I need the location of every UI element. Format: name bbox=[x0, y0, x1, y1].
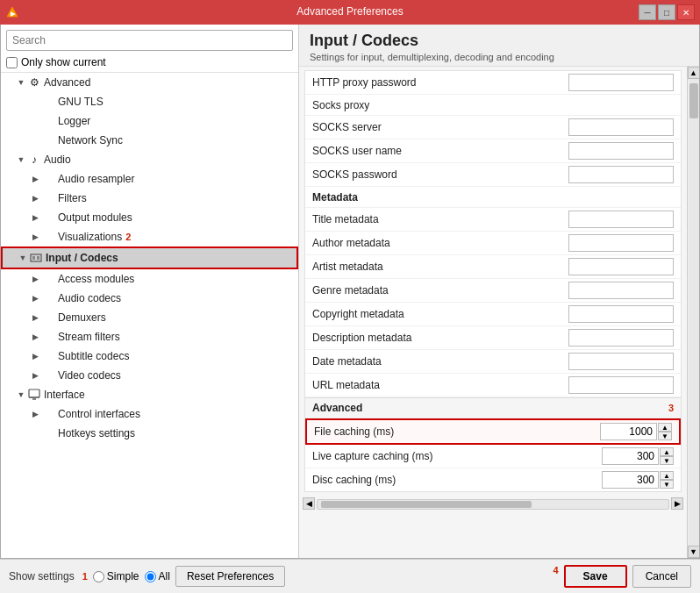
spinner-up-live-capture[interactable]: ▲ bbox=[660, 447, 674, 456]
input-file-caching[interactable] bbox=[600, 423, 657, 440]
item-icon-network-sync bbox=[41, 133, 55, 147]
reset-preferences-button[interactable]: Reset Preferences bbox=[175, 566, 285, 587]
input-socks-password[interactable] bbox=[568, 166, 674, 183]
item-icon-stream-filters bbox=[41, 330, 55, 344]
scroll-right-button[interactable]: ▶ bbox=[671, 497, 683, 510]
gear-icon: ⚙ bbox=[27, 75, 41, 89]
tree-label-audio: Audio bbox=[44, 154, 71, 166]
row-disc-caching: Disc caching (ms) ▲ ▼ bbox=[305, 468, 681, 491]
item-icon-control-interfaces bbox=[41, 407, 55, 421]
maximize-button[interactable]: □ bbox=[658, 4, 675, 20]
tree-arrow-subtitle-codecs bbox=[29, 350, 41, 362]
tree-item-advanced[interactable]: ⚙ Advanced bbox=[1, 73, 298, 92]
tree-item-audio[interactable]: ♪ Audio bbox=[1, 150, 298, 169]
label-artist-metadata: Artist metadata bbox=[312, 261, 568, 273]
spinner-up-file-caching[interactable]: ▲ bbox=[658, 423, 672, 432]
input-disc-caching[interactable] bbox=[602, 471, 659, 489]
input-http-proxy-password[interactable] bbox=[568, 74, 674, 91]
save-button[interactable]: Save bbox=[564, 565, 627, 588]
input-socks-username[interactable] bbox=[568, 142, 674, 160]
input-author-metadata[interactable] bbox=[568, 234, 674, 252]
tree-item-access-modules[interactable]: Access modules bbox=[1, 269, 298, 289]
minimize-button[interactable]: ─ bbox=[639, 4, 656, 20]
item-icon-hotkeys bbox=[41, 426, 55, 440]
radio-all[interactable] bbox=[145, 571, 156, 582]
tree-arrow-audio bbox=[15, 154, 27, 166]
tree-item-control-interfaces[interactable]: Control interfaces bbox=[1, 404, 298, 424]
close-button[interactable]: ✕ bbox=[677, 4, 695, 20]
spinner-down-file-caching[interactable]: ▼ bbox=[658, 432, 672, 440]
tree-item-video-codecs[interactable]: Video codecs bbox=[1, 366, 298, 385]
spinner-down-disc-caching[interactable]: ▼ bbox=[660, 480, 674, 489]
label-advanced-section: Advanced bbox=[312, 402, 665, 414]
row-date-metadata: Date metadata bbox=[305, 350, 681, 374]
tree-label-output-modules: Output modules bbox=[58, 211, 132, 224]
item-icon-logger bbox=[41, 114, 55, 128]
input-live-capture-caching[interactable] bbox=[602, 447, 659, 465]
tree-item-filters[interactable]: Filters bbox=[1, 189, 298, 208]
input-artist-metadata[interactable] bbox=[568, 258, 674, 275]
input-title-metadata[interactable] bbox=[568, 211, 674, 228]
title-controls[interactable]: ─ □ ✕ bbox=[639, 4, 695, 20]
scroll-down-button[interactable]: ▼ bbox=[688, 546, 700, 558]
spinner-down-live-capture[interactable]: ▼ bbox=[660, 456, 674, 465]
item-icon-subtitle-codecs bbox=[41, 349, 55, 363]
radio-group: Simple All bbox=[93, 570, 170, 582]
input-description-metadata[interactable] bbox=[568, 329, 674, 347]
horizontal-scrollbar-area: ◀ ▶ bbox=[299, 496, 687, 511]
tree-label-filters: Filters bbox=[58, 192, 87, 204]
svg-rect-7 bbox=[32, 398, 36, 400]
tree-item-hotkeys[interactable]: Hotkeys settings bbox=[1, 424, 298, 443]
scroll-up-button[interactable]: ▲ bbox=[688, 67, 700, 79]
search-input[interactable] bbox=[6, 30, 293, 51]
tree-arrow-input-codecs bbox=[17, 252, 29, 264]
input-socks-server[interactable] bbox=[568, 118, 674, 136]
input-url-metadata[interactable] bbox=[568, 376, 674, 394]
radio-simple[interactable] bbox=[93, 571, 104, 582]
item-icon-access-modules bbox=[41, 272, 55, 286]
horizontal-scrollbar-track bbox=[317, 499, 669, 510]
item-icon-gnu-tls bbox=[41, 95, 55, 109]
label-socks-server: SOCKS server bbox=[312, 121, 568, 133]
tree-arrow-audio-codecs bbox=[29, 292, 41, 304]
right-panel: Input / Codecs Settings for input, demul… bbox=[299, 25, 699, 558]
spinner-btns-file-caching: ▲ ▼ bbox=[658, 423, 672, 440]
label-file-caching: File caching (ms) bbox=[314, 425, 600, 438]
item-icon-audio-resampler bbox=[41, 172, 55, 186]
tree-item-output-modules[interactable]: Output modules bbox=[1, 208, 298, 227]
input-genre-metadata[interactable] bbox=[568, 282, 674, 299]
label-genre-metadata: Genre metadata bbox=[312, 284, 568, 296]
tree-item-interface[interactable]: Interface bbox=[1, 385, 298, 404]
interface-icon bbox=[27, 388, 41, 402]
tree-item-audio-resampler[interactable]: Audio resampler bbox=[1, 169, 298, 189]
bottom-right-buttons: 4 Save Cancel bbox=[550, 565, 691, 588]
tree-item-network-sync[interactable]: Network Sync bbox=[1, 131, 298, 150]
cancel-button[interactable]: Cancel bbox=[632, 565, 691, 588]
tree-item-stream-filters[interactable]: Stream filters bbox=[1, 327, 298, 347]
tree-item-demuxers[interactable]: Demuxers bbox=[1, 308, 298, 327]
tree-arrow-filters bbox=[29, 192, 41, 204]
tree-item-gnu-tls[interactable]: GNU TLS bbox=[1, 92, 298, 111]
advanced-section-badge: 3 bbox=[668, 403, 674, 413]
spinner-up-disc-caching[interactable]: ▲ bbox=[660, 471, 674, 480]
radio-simple-label: Simple bbox=[93, 570, 139, 582]
svg-rect-5 bbox=[29, 389, 39, 397]
svg-rect-3 bbox=[32, 256, 35, 260]
tree-item-input-codecs[interactable]: Input / Codecs bbox=[1, 246, 298, 269]
main-content: Only show current ⚙ Advanced GNU TLS Log… bbox=[0, 25, 700, 559]
spinner-file-caching: ▲ ▼ bbox=[600, 423, 672, 440]
tree-arrow-visualizations bbox=[29, 231, 41, 243]
left-panel: Only show current ⚙ Advanced GNU TLS Log… bbox=[1, 25, 299, 558]
scroll-left-button[interactable]: ◀ bbox=[303, 497, 315, 510]
input-copyright-metadata[interactable] bbox=[568, 305, 674, 323]
tree-item-logger[interactable]: Logger bbox=[1, 111, 298, 131]
tree-arrow-demuxers bbox=[29, 311, 41, 324]
tree-label-advanced: Advanced bbox=[44, 76, 90, 89]
input-date-metadata[interactable] bbox=[568, 353, 674, 370]
only-show-current-checkbox[interactable] bbox=[6, 57, 18, 68]
tree-item-audio-codecs[interactable]: Audio codecs bbox=[1, 289, 298, 308]
settings-container: HTTP proxy password Socks proxy SOCKS se… bbox=[304, 70, 682, 492]
tree-item-subtitle-codecs[interactable]: Subtitle codecs bbox=[1, 347, 298, 366]
tree-item-visualizations[interactable]: Visualizations 2 bbox=[1, 227, 298, 246]
label-description-metadata: Description metadata bbox=[312, 332, 568, 344]
